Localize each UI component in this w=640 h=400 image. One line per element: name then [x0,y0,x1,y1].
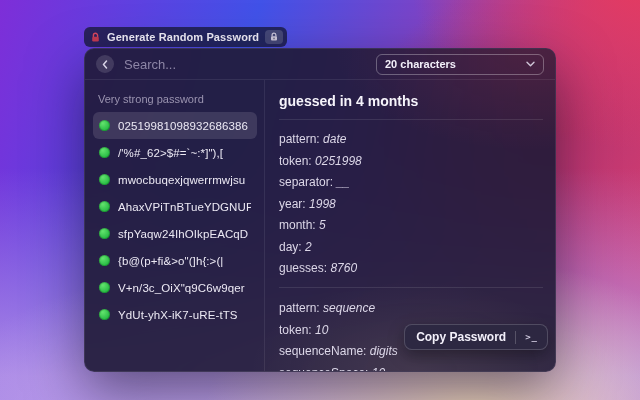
strength-dot-icon [99,120,110,131]
detail-row: pattern: sequence [279,301,543,315]
lock-icon [265,30,283,44]
password-text: mwocbuqexjqwerrmwjsu [118,174,245,186]
detail-key: separator: [279,175,333,189]
password-text: sfpYaqw24IhOIkpEACqD [118,228,248,240]
hotkey-pill-title: Generate Random Password [107,31,259,43]
dropdown-value: 20 characters [385,58,456,70]
detail-row: pattern: date [279,132,543,146]
list-item[interactable]: {b@(p+fi&>o"(]h{:>(| [93,247,257,274]
divider [279,287,543,288]
search-input[interactable] [124,57,366,72]
password-text: /'%#_62>$#=`~:*]"),[ [118,147,223,159]
detail-row: month: 5 [279,218,543,232]
detail-key: sequenceSpace: [279,366,368,373]
detail-value: 0251998 [315,154,362,168]
back-chevron-icon [102,60,108,69]
detail-value: 1998 [309,197,336,211]
list-item[interactable]: V+n/3c_OiX"q9C6w9qer [93,274,257,301]
detail-key: month: [279,218,316,232]
password-list: Very strong password 0251998109893268638… [85,80,265,371]
button-divider [515,331,516,344]
password-text: V+n/3c_OiX"q9C6w9qer [118,282,245,294]
detail-key: day: [279,240,302,254]
back-button[interactable] [96,55,114,73]
detail-value: date [323,132,346,146]
detail-row: token: 0251998 [279,154,543,168]
strength-dot-icon [99,228,110,239]
password-text: AhaxVPiTnBTueYDGNUPV [118,201,251,213]
detail-value: __ [336,175,349,189]
list-section-label: Very strong password [98,93,257,105]
detail-key: year: [279,197,306,211]
detail-row: separator: __ [279,175,543,189]
strength-dot-icon [99,147,110,158]
character-count-dropdown[interactable]: 20 characters [376,54,544,75]
detail-key: guesses: [279,261,327,275]
password-text: YdUt-yhX-iK7-uRE-tTS [118,309,238,321]
detail-value: 8760 [330,261,357,275]
list-item[interactable]: AhaxVPiTnBTueYDGNUPV [93,193,257,220]
list-item[interactable]: sfpYaqw24IhOIkpEACqD [93,220,257,247]
strength-dot-icon [99,174,110,185]
password-text: 02519981098932686386 [118,120,248,132]
copy-password-label: Copy Password [416,330,506,344]
list-item[interactable]: /'%#_62>$#=`~:*]"),[ [93,139,257,166]
detail-value: 10 [315,323,328,337]
chevron-down-icon [526,61,535,67]
detail-value: 2 [305,240,312,254]
detail-row: day: 2 [279,240,543,254]
detail-key: sequenceName: [279,344,366,358]
divider [279,119,543,120]
app-window: 20 characters Very strong password 02519… [84,48,556,372]
strength-dot-icon [99,282,110,293]
detail-key: pattern: [279,132,320,146]
detail-value: sequence [323,301,375,315]
detail-value: 10 [372,366,385,373]
detail-key: token: [279,154,312,168]
hotkey-pill[interactable]: Generate Random Password [84,27,287,47]
copy-password-button[interactable]: Copy Password >_ [404,324,548,350]
strength-dot-icon [99,201,110,212]
strength-dot-icon [99,255,110,266]
detail-key: pattern: [279,301,320,315]
detail-value: digits [370,344,398,358]
detail-row: guesses: 8760 [279,261,543,275]
detail-row: sequenceSpace: 10 [279,366,543,373]
window-header: 20 characters [85,49,555,80]
strength-dot-icon [99,309,110,320]
detail-value: 5 [319,218,326,232]
terminal-prompt-icon: >_ [525,332,538,342]
detail-key: token: [279,323,312,337]
detail-row: year: 1998 [279,197,543,211]
password-text: {b@(p+fi&>o"(]h{:>(| [118,255,223,267]
extension-icon [90,32,101,43]
list-item[interactable]: mwocbuqexjqwerrmwjsu [93,166,257,193]
list-item[interactable]: YdUt-yhX-iK7-uRE-tTS [93,301,257,328]
list-item[interactable]: 02519981098932686386 [93,112,257,139]
detail-title: guessed in 4 months [279,93,543,109]
